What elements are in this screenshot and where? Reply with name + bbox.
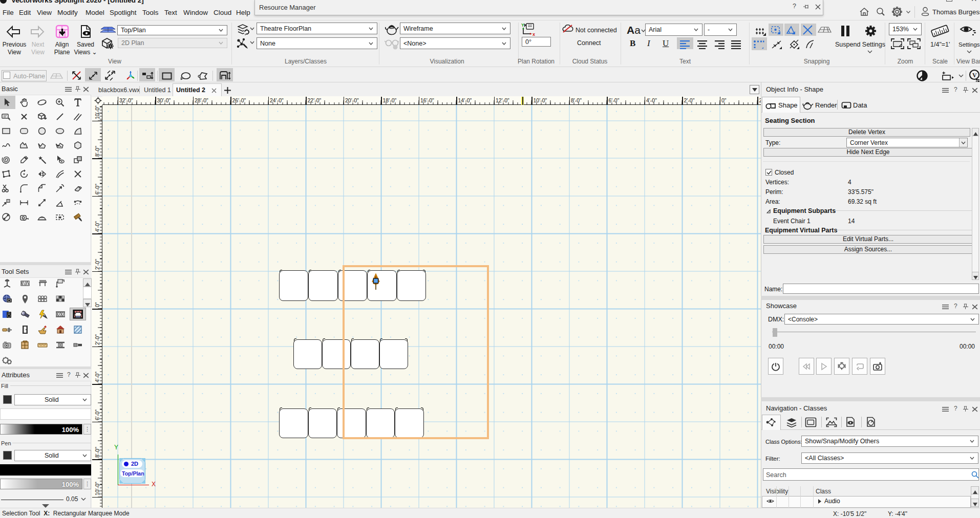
svg-text:x: x (532, 32, 535, 36)
svg-text:V: V (972, 72, 977, 79)
svg-text:Y: Y (521, 23, 524, 28)
